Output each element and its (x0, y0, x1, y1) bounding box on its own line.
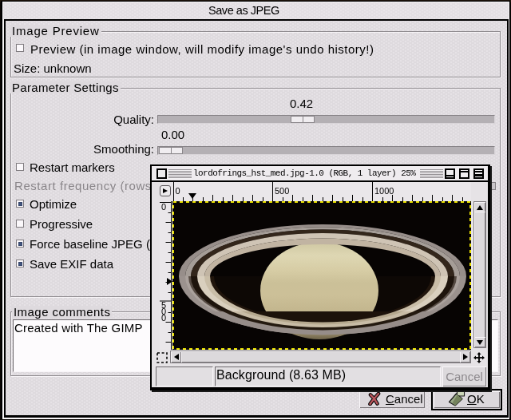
svg-text:0: 0 (161, 313, 166, 323)
svg-text:1000: 1000 (374, 186, 394, 196)
svg-text:0: 0 (161, 202, 166, 212)
svg-text:500: 500 (275, 186, 289, 196)
svg-text:0: 0 (176, 186, 180, 196)
